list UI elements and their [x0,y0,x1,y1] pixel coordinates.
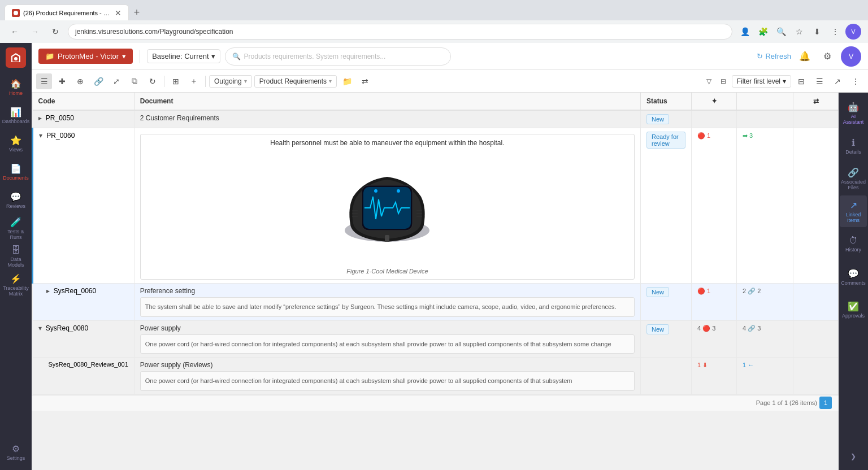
reviews-icon: 💬 [10,192,21,202]
sidebar-item-documents[interactable]: 📄 Documents [2,158,29,185]
rs-item-details[interactable]: ℹ Details [840,130,867,162]
share-button[interactable]: ↗ [830,73,845,89]
expand-arrow-sysreq0060[interactable] [46,287,50,295]
product-req-dropdown[interactable]: Product Requirements ▾ [254,75,337,88]
download-icon[interactable]: ⬇ [809,24,825,40]
sidebar-item-data-models[interactable]: 🗄 Data Models [2,243,29,270]
data-models-icon: 🗄 [11,245,20,255]
rs-label-history: History [845,247,861,253]
sidebar-item-traceability[interactable]: ⚡ Traceability Matrix [2,271,29,298]
svg-point-0 [14,11,18,15]
table-header-row: Code Document Status ✦ ⇄ [33,93,839,110]
filter-level-dropdown[interactable]: Filter first level ▾ [732,75,791,88]
profile-icon[interactable]: 👤 [737,24,753,40]
row-extra2-pr0050 [737,110,793,128]
outgoing-dropdown[interactable]: Outgoing ▾ [209,75,252,88]
table-row[interactable]: SysReq_0060 Preference setting The syste… [33,284,839,321]
col-header-code[interactable]: Code [33,93,134,110]
table-row[interactable]: PR_0060 Health personnel must be able to… [33,128,839,284]
back-button[interactable]: ← [7,24,23,40]
col-header-extra2[interactable] [737,93,793,110]
expand-arrow-pr0050[interactable] [38,114,42,122]
indicator2-pr0060: ➡ 3 [743,132,753,139]
sidebar-item-reviews[interactable]: 💬 Reviews [2,186,29,214]
row-extra1-pr0060: 🔴 1 [692,128,737,284]
baseline-button[interactable]: Baseline: Current ▾ [147,49,220,63]
link-button[interactable]: 🔗 [90,73,106,89]
rs-item-history[interactable]: ⏱ History [840,228,867,260]
user-avatar-header[interactable]: V [841,46,861,67]
page-number-button[interactable]: 1 [819,397,832,409]
filter-button-2[interactable]: ⊟ [717,76,730,87]
row-status-reviews001 [641,358,692,395]
sidebar-item-dashboards[interactable]: 📊 Dashboards [2,102,29,129]
search-bar[interactable]: 🔍 Products requirements. System requirem… [225,47,451,66]
rs-item-comments[interactable]: 💬 Comments [840,261,867,293]
indicator-pr0060: 🔴 1 [697,132,710,139]
app-logo[interactable] [6,47,26,68]
doc-body-pr0060: Health personnel must be able to maneuve… [145,139,630,147]
col-header-status[interactable]: Status [641,93,692,110]
rs-item-linked-items[interactable]: ↗ Linked Items [840,195,867,227]
bookmark-icon[interactable]: ☆ [791,24,807,40]
move-button[interactable]: ⤢ [108,73,124,89]
url-bar[interactable]: jenkins.visuresolutions.com/Playground/s… [68,24,732,40]
notification-button[interactable]: 🔔 [796,47,814,66]
user-avatar-browser[interactable]: V [845,24,861,40]
app-name-button[interactable]: 📁 ProtonMed - Victor ▾ [38,49,133,64]
sidebar-item-tests[interactable]: 🧪 Tests & Runs [2,215,29,242]
zoom-icon[interactable]: 🔍 [773,24,789,40]
filter-button-1[interactable]: ▽ [703,76,715,87]
rs-item-ai-assistant[interactable]: 🤖 AI Assistant [840,97,867,129]
col-header-extra3[interactable]: ⇄ [793,93,839,110]
col-header-extra1[interactable]: ✦ [692,93,737,110]
copy-button[interactable]: ⧉ [127,73,142,89]
app-container: 🏠 Home 📊 Dashboards ⭐ Views 📄 Documents … [0,43,868,470]
new-tab-button[interactable]: + [129,5,145,20]
dropdown-arrow-icon: ▾ [122,52,126,60]
rs-item-associated-files[interactable]: 🔗 Associated Files [840,163,867,194]
sidebar-item-settings[interactable]: ⚙ Settings [2,438,29,465]
row-extra1-pr0050 [692,110,737,128]
status-badge-sysreq0060: New [646,287,669,297]
refresh-label: Refresh [765,52,791,60]
refresh-toolbar-button[interactable]: ↻ [145,73,160,89]
table-row[interactable]: SysReq_0080 Power supply One power cord … [33,320,839,358]
active-tab[interactable]: (26) Product Requirements - Vi... ✕ [5,5,129,20]
doc-body-sysreq0080: One power cord (or hard-wired connection… [140,334,635,354]
hierarchy-button[interactable]: ⊞ [168,73,184,89]
add-circle-button[interactable]: ⊕ [72,73,88,89]
settings-header-button[interactable]: ⚙ [818,47,836,66]
add-button[interactable]: ✚ [54,73,70,89]
toggle-panel-button[interactable]: ☰ [36,73,52,89]
sidebar-item-views[interactable]: ⭐ Views [2,130,29,157]
view-mode-button[interactable]: ⊟ [793,73,809,89]
expand-arrow-pr0060[interactable] [39,132,42,140]
rs-item-approvals[interactable]: ✅ Approvals [840,294,867,325]
row-extra3-sysreq0060 [793,284,839,321]
header-actions: ↻ Refresh 🔔 ⚙ V [757,46,861,67]
split-button[interactable]: ⇄ [357,73,373,89]
more-icon[interactable]: ⋮ [827,24,843,40]
table-row[interactable]: SysReq_0080_Reviews_001 Power supply (Re… [33,358,839,395]
extension-icon[interactable]: 🧩 [755,24,771,40]
expand-arrow-sysreq0080[interactable] [38,324,42,332]
col-header-document[interactable]: Document [134,93,640,110]
rs-collapse-button[interactable]: ❯ [840,447,867,465]
row-status-pr0050: New [641,110,692,128]
app-name-text: ProtonMed - Victor [58,52,119,60]
tab-close-button[interactable]: ✕ [115,8,121,18]
forward-button[interactable]: → [27,24,43,40]
folder-view-button[interactable]: 📁 [339,73,355,89]
table-row[interactable]: PR_0050 2 Customer Requirements New [33,110,839,128]
more-options-button[interactable]: ⋮ [848,73,863,89]
columns-button[interactable]: ☰ [811,73,827,89]
add-level-button[interactable]: ＋ [186,73,202,89]
tab-favicon [12,9,20,17]
refresh-button[interactable]: ↻ Refresh [757,52,791,60]
toolbar-separator-1 [164,76,164,87]
reload-button[interactable]: ↻ [47,24,63,40]
search-icon: 🔍 [232,53,241,60]
svg-rect-5 [363,187,411,229]
sidebar-item-home[interactable]: 🏠 Home [2,73,29,101]
